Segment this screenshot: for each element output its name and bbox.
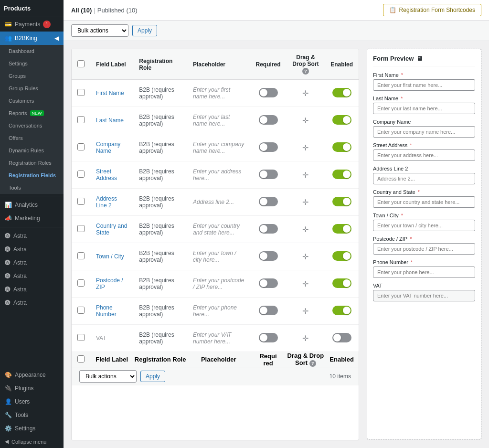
select-all-footer-checkbox[interactable] (77, 355, 85, 363)
drag-sort-info-footer-icon[interactable]: ? (309, 360, 316, 367)
field-label-vat[interactable]: VAT (96, 335, 106, 341)
bulk-actions-select-bottom[interactable]: Bulk actions (79, 370, 137, 383)
enabled-toggle-last-name[interactable] (325, 107, 359, 134)
sidebar-item-group-rules[interactable]: Group Rules (0, 82, 64, 95)
drag-handle-icon-street-address[interactable]: ✛ (292, 171, 319, 180)
row-checkbox-town-city[interactable] (77, 252, 85, 259)
sidebar-item-registration-roles[interactable]: Registration Roles (0, 157, 64, 169)
field-label-street-address[interactable]: Street Address (96, 168, 117, 181)
sidebar-item-plugins[interactable]: 🔌 Plugins (0, 382, 64, 395)
bulk-actions-select[interactable]: Bulk actions (71, 24, 128, 37)
sidebar-item-astra-5[interactable]: 🅐 Astra (0, 283, 64, 296)
sidebar-item-settings[interactable]: Settings (0, 57, 64, 70)
sidebar-item-astra-6[interactable]: 🅐 Astra (0, 296, 64, 309)
sidebar-item-tools2[interactable]: 🔧 Tools (0, 408, 64, 422)
drag-handle-icon-town-city[interactable]: ✛ (292, 252, 319, 261)
sidebar-item-users[interactable]: 👤 Users (0, 395, 64, 408)
required-toggle-label-company-name[interactable] (259, 142, 278, 152)
required-toggle-town-city[interactable] (250, 243, 287, 270)
fp-input-fp-phone[interactable] (373, 267, 475, 278)
required-toggle-company-name[interactable] (250, 134, 287, 161)
required-toggle-label-postcode[interactable] (259, 278, 278, 288)
sidebar-item-b2bking[interactable]: 👥 B2BKing ◀ (0, 32, 64, 45)
row-checkbox-last-name[interactable] (77, 116, 85, 123)
fp-input-fp-company-name[interactable] (373, 126, 475, 138)
sidebar-item-astra-1[interactable]: 🅐 Astra (0, 229, 64, 243)
drag-handle-country-state[interactable]: ✛ (287, 216, 325, 243)
drag-handle-address-line-2[interactable]: ✛ (287, 189, 325, 216)
tab-published[interactable]: Published (10) (97, 7, 138, 14)
field-label-company-name[interactable]: Company Name (96, 141, 120, 154)
sidebar-item-dynamic-rules[interactable]: Dynamic Rules (0, 144, 64, 157)
sidebar-item-groups[interactable]: Groups (0, 70, 64, 82)
select-all-checkbox[interactable] (77, 60, 85, 67)
sidebar-item-astra-2[interactable]: 🅐 Astra (0, 243, 64, 256)
enabled-toggle-label-first-name[interactable] (332, 88, 351, 97)
field-label-postcode[interactable]: Postcode / ZIP (96, 277, 123, 290)
sidebar-item-offers[interactable]: Offers (0, 132, 64, 144)
sidebar-item-dashboard[interactable]: Dashboard (0, 45, 64, 57)
enabled-toggle-label-last-name[interactable] (332, 115, 351, 125)
enabled-toggle-label-vat[interactable] (332, 333, 351, 342)
drag-handle-icon-last-name[interactable]: ✛ (292, 116, 319, 125)
enabled-toggle-label-company-name[interactable] (332, 142, 351, 152)
required-toggle-address-line-2[interactable] (250, 189, 287, 216)
enabled-toggle-country-state[interactable] (325, 216, 359, 243)
drag-handle-icon-postcode[interactable]: ✛ (292, 279, 319, 288)
drag-handle-postcode[interactable]: ✛ (287, 270, 325, 298)
drag-handle-icon-vat[interactable]: ✛ (292, 334, 319, 343)
drag-handle-icon-address-line-2[interactable]: ✛ (292, 198, 319, 207)
drag-handle-town-city[interactable]: ✛ (287, 243, 325, 270)
required-toggle-first-name[interactable] (250, 80, 287, 107)
enabled-toggle-label-phone[interactable] (332, 306, 351, 315)
row-checkbox-vat[interactable] (77, 334, 85, 341)
enabled-toggle-first-name[interactable] (325, 80, 359, 107)
enabled-toggle-address-line-2[interactable] (325, 189, 359, 216)
enabled-toggle-phone[interactable] (325, 298, 359, 325)
field-label-last-name[interactable]: Last Name (96, 117, 124, 124)
drag-handle-company-name[interactable]: ✛ (287, 134, 325, 161)
enabled-toggle-label-country-state[interactable] (332, 224, 351, 234)
row-checkbox-first-name[interactable] (77, 89, 85, 96)
drag-handle-street-address[interactable]: ✛ (287, 161, 325, 189)
required-toggle-label-vat[interactable] (259, 333, 278, 342)
required-toggle-label-town-city[interactable] (259, 251, 278, 261)
sidebar-item-payments[interactable]: 💳 Payments 1 (0, 17, 64, 32)
row-checkbox-country-state[interactable] (77, 225, 85, 232)
required-toggle-street-address[interactable] (250, 161, 287, 189)
fp-input-fp-street-address[interactable] (373, 149, 475, 161)
fp-input-fp-postcode[interactable] (373, 243, 475, 255)
sidebar-item-astra-4[interactable]: 🅐 Astra (0, 269, 64, 283)
apply-button-bottom[interactable]: Apply (140, 371, 165, 382)
field-label-phone[interactable]: Phone Number (96, 304, 117, 318)
fp-input-fp-last-name[interactable] (373, 103, 475, 114)
enabled-toggle-label-postcode[interactable] (332, 278, 351, 288)
required-toggle-phone[interactable] (250, 298, 287, 325)
required-toggle-country-state[interactable] (250, 216, 287, 243)
drag-handle-vat[interactable]: ✛ (287, 325, 325, 352)
fp-input-fp-address-line-2[interactable] (373, 173, 475, 184)
required-toggle-label-street-address[interactable] (259, 170, 278, 179)
enabled-toggle-label-town-city[interactable] (332, 251, 351, 261)
drag-handle-icon-company-name[interactable]: ✛ (292, 143, 319, 152)
row-checkbox-street-address[interactable] (77, 171, 85, 178)
sidebar-item-tools[interactable]: Tools (0, 181, 64, 194)
sidebar-item-marketing[interactable]: 📣 Marketing (0, 212, 64, 225)
enabled-toggle-vat[interactable] (325, 325, 359, 352)
drag-handle-icon-first-name[interactable]: ✛ (292, 89, 319, 98)
row-checkbox-company-name[interactable] (77, 143, 85, 150)
required-toggle-label-country-state[interactable] (259, 224, 278, 234)
enabled-toggle-street-address[interactable] (325, 161, 359, 189)
enabled-toggle-postcode[interactable] (325, 270, 359, 298)
field-label-first-name[interactable]: First Name (96, 90, 124, 96)
shortcodes-button[interactable]: 📋 Registration Form Shortcodes (383, 4, 481, 16)
enabled-toggle-town-city[interactable] (325, 243, 359, 270)
required-toggle-postcode[interactable] (250, 270, 287, 298)
sidebar-item-customers[interactable]: Customers (0, 95, 64, 107)
apply-button[interactable]: Apply (132, 25, 157, 36)
sidebar-item-settings2[interactable]: ⚙️ Settings (0, 422, 64, 435)
drag-handle-icon-country-state[interactable]: ✛ (292, 225, 319, 234)
drag-handle-icon-phone[interactable]: ✛ (292, 307, 319, 316)
drag-handle-last-name[interactable]: ✛ (287, 107, 325, 134)
sidebar-item-collapse[interactable]: ◀ Collapse menu (0, 435, 64, 448)
